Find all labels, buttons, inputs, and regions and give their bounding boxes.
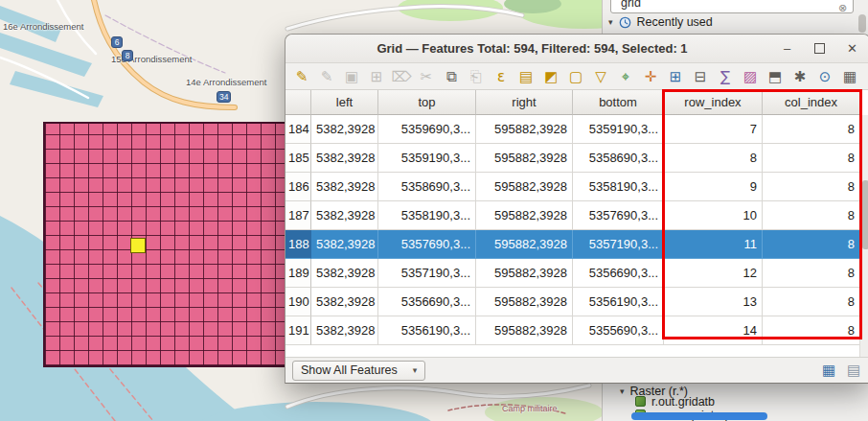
cell-left[interactable]: 5382,3928	[311, 115, 378, 144]
table-row[interactable]: 1905382,39285356690,3...595882,392853561…	[286, 288, 868, 316]
cell-top[interactable]: 5358690,3...	[378, 173, 476, 201]
column-header-top[interactable]: top	[378, 90, 476, 115]
multi-edit-mode-icon[interactable]: ✎	[315, 65, 338, 88]
cell-right[interactable]: 595882,3928	[476, 115, 573, 144]
open-table-icon[interactable]: ▦	[838, 65, 861, 88]
minimize-button[interactable]: –	[777, 38, 797, 58]
cell-right[interactable]: 595882,3928	[476, 288, 573, 316]
table-view-button[interactable]: ▦	[819, 361, 838, 380]
new-field-icon[interactable]: ⊞	[664, 65, 687, 88]
toolbox-search-input[interactable]	[610, 0, 854, 13]
cell-left[interactable]: 5382,3928	[311, 259, 378, 288]
form-view-button[interactable]: ▤	[844, 361, 863, 380]
select-all-icon[interactable]: ▤	[514, 65, 537, 88]
cell-left[interactable]: 5382,3928	[311, 144, 378, 173]
table-row[interactable]: 1845382,39285359690,3...595882,392853591…	[286, 115, 868, 144]
cell-col_index[interactable]: 8	[763, 230, 860, 259]
conditional-formatting-icon[interactable]: ▨	[739, 65, 762, 88]
cell-top[interactable]: 5357190,3...	[378, 259, 476, 288]
cell-top[interactable]: 5359690,3...	[378, 115, 476, 144]
cell-col_index[interactable]: 8	[763, 288, 860, 316]
cell-col_index[interactable]: 8	[763, 115, 860, 144]
row-number[interactable]: 189	[286, 259, 311, 288]
row-number[interactable]: 184	[286, 115, 311, 144]
zoom-to-selection-icon[interactable]: ⌖	[614, 65, 637, 88]
toggle-editing-icon[interactable]: ✎	[290, 65, 313, 88]
cell-col_index[interactable]: 8	[763, 173, 860, 201]
table-vertical-scrollbar[interactable]	[859, 115, 868, 357]
cell-row_index[interactable]: 11	[664, 230, 763, 259]
cell-top[interactable]: 5356190,3...	[378, 316, 476, 345]
scrollbar-thumb[interactable]	[862, 180, 868, 249]
save-edits-icon[interactable]: ▣	[340, 65, 363, 88]
cell-right[interactable]: 595882,3928	[476, 144, 573, 173]
table-row[interactable]: 1915382,39285356190,3...595882,392853556…	[286, 316, 868, 345]
row-number[interactable]: 190	[286, 288, 311, 316]
row-number[interactable]: 191	[286, 316, 311, 345]
column-header-col_index[interactable]: col_index	[763, 90, 860, 115]
toolbox-item-r.out.gridatb[interactable]: r.out.gridatb	[635, 395, 864, 408]
cell-bottom[interactable]: 5357190,3...	[573, 230, 664, 259]
cell-right[interactable]: 595882,3928	[476, 259, 573, 288]
cell-bottom[interactable]: 5358190,3...	[573, 173, 664, 201]
cell-left[interactable]: 5382,3928	[311, 288, 378, 316]
cell-row_index[interactable]: 13	[664, 288, 763, 316]
delete-selected-icon[interactable]: ⌦	[390, 65, 413, 88]
row-number[interactable]: 188	[286, 230, 311, 259]
cell-row_index[interactable]: 10	[664, 201, 763, 230]
column-header-right[interactable]: right	[476, 90, 573, 115]
cell-col_index[interactable]: 8	[763, 259, 860, 288]
cell-top[interactable]: 5356690,3...	[378, 288, 476, 316]
cell-col_index[interactable]: 8	[763, 316, 860, 345]
cell-bottom[interactable]: 5356190,3...	[573, 288, 664, 316]
toolbox-horizontal-scrollbar[interactable]	[631, 412, 767, 420]
filter-select-features-icon[interactable]: ▽	[589, 65, 612, 88]
cell-right[interactable]: 595882,3928	[476, 173, 573, 201]
window-titlebar[interactable]: Grid — Features Total: 594, Filtered: 59…	[286, 35, 868, 63]
dock-attribute-table-icon[interactable]: ⬒	[764, 65, 787, 88]
actions-icon[interactable]: ✱	[788, 65, 811, 88]
cell-bottom[interactable]: 5356690,3...	[573, 259, 664, 288]
deselect-all-icon[interactable]: ▢	[564, 65, 587, 88]
cell-bottom[interactable]: 5357690,3...	[573, 201, 664, 230]
chevron-down-icon[interactable]: ▾	[620, 386, 625, 396]
cut-features-icon[interactable]: ✂	[415, 65, 438, 88]
cell-top[interactable]: 5359190,3...	[378, 144, 476, 173]
feature-filter-button[interactable]: Show All Features ▾	[292, 361, 425, 381]
cell-right[interactable]: 595882,3928	[476, 201, 573, 230]
column-header-row_index[interactable]: row_index	[664, 90, 763, 115]
zoom-to-feature-icon[interactable]: ⊙	[813, 65, 836, 88]
row-number[interactable]: 187	[286, 201, 311, 230]
column-header-bottom[interactable]: bottom	[573, 90, 664, 115]
invert-selection-icon[interactable]: ◩	[539, 65, 562, 88]
chevron-down-icon[interactable]: ▾	[608, 17, 613, 27]
paste-features-icon[interactable]: ⎗	[465, 65, 488, 88]
delete-field-icon[interactable]: ⊟	[689, 65, 712, 88]
cell-left[interactable]: 5382,3928	[311, 230, 378, 259]
cell-row_index[interactable]: 9	[664, 173, 763, 201]
cell-row_index[interactable]: 8	[664, 144, 763, 173]
table-row[interactable]: 1855382,39285359190,3...595882,392853586…	[286, 144, 868, 173]
cell-bottom[interactable]: 5358690,3...	[573, 144, 664, 173]
cell-left[interactable]: 5382,3928	[311, 316, 378, 345]
cell-bottom[interactable]: 5359190,3...	[573, 115, 664, 144]
cell-col_index[interactable]: 8	[763, 201, 860, 230]
cell-col_index[interactable]: 8	[763, 144, 860, 173]
clear-search-icon[interactable]: ⊗	[838, 2, 847, 14]
toolbox-group-recently-used[interactable]: ▾ Recently used	[608, 15, 713, 29]
cell-row_index[interactable]: 7	[664, 115, 763, 144]
select-by-expression-icon[interactable]: ε	[490, 65, 513, 88]
cell-row_index[interactable]: 14	[664, 316, 763, 345]
cell-top[interactable]: 5357690,3...	[378, 230, 476, 259]
row-number[interactable]: 186	[286, 173, 311, 201]
row-number[interactable]: 185	[286, 144, 311, 173]
cell-right[interactable]: 595882,3928	[476, 230, 573, 259]
pan-to-selection-icon[interactable]: ✛	[639, 65, 662, 88]
toolbox-vertical-scrollbar[interactable]	[858, 14, 866, 33]
cell-right[interactable]: 595882,3928	[476, 316, 573, 345]
table-row[interactable]: 1895382,39285357190,3...595882,392853566…	[286, 259, 868, 288]
field-calculator-icon[interactable]: ∑	[714, 65, 737, 88]
cell-bottom[interactable]: 5355690,3...	[573, 316, 664, 345]
close-button[interactable]: ✕	[842, 38, 862, 58]
add-feature-icon[interactable]: ⊞	[365, 65, 388, 88]
